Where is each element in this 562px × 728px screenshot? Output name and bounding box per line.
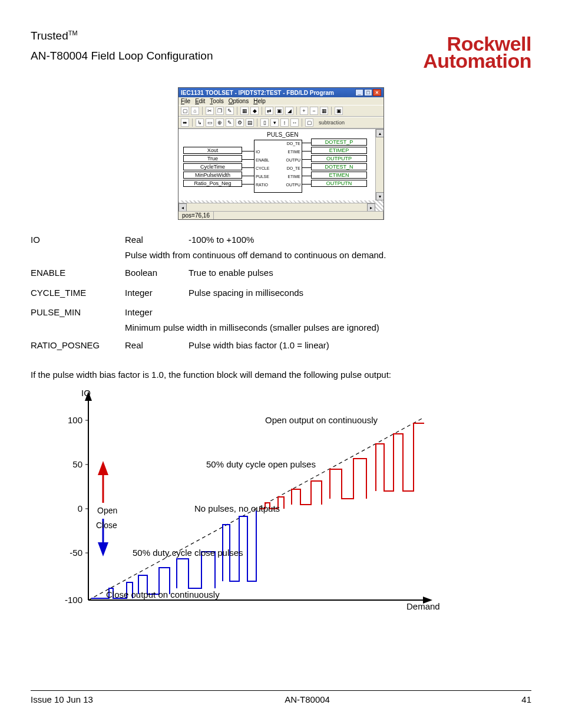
zoom-in-icon[interactable]: + [300,107,308,115]
output-label[interactable]: DOTEST_N [311,163,367,170]
param-name: RATIO_POSNEG [31,338,125,352]
input-label[interactable]: True [183,155,242,162]
toolbar-row1: ▢ ⌂ ✂ ❐ ✎ ▦ ◆ ⇄ ▣ ◢ + − ▦ ▣ [178,105,384,117]
tool-icon[interactable]: ▢ [305,118,313,127]
tool-icon[interactable]: ▦ [320,107,328,115]
body-paragraph: If the pulse width bias factor is 1.0, t… [31,368,531,382]
window-titlebar[interactable]: IEC1131 TOOLSET - IPIDTST2:TEST - FBD/LD… [178,88,384,97]
input-label[interactable]: MinPulseWidth [183,172,242,179]
param-row: RATIO_POSNEG Real Pulse width bias facto… [31,338,531,352]
param-type: Integer [125,305,189,319]
param-desc: Pulse width bias factor (1.0 = linear) [189,338,531,352]
scroll-up-button[interactable]: ▴ [376,129,384,137]
input-label[interactable]: Ratio_Pos_Neg [183,180,242,187]
y-axis-label: IO [81,388,91,398]
chart-annotation: No pulses, no outputs [194,503,280,513]
tool-icon[interactable]: ⊕ [216,118,224,127]
scroll-left-button[interactable]: ◂ [178,203,187,211]
vertical-scrollbar[interactable]: ▴ ▾ [375,129,384,200]
tool-icon[interactable]: ▤ [246,118,254,127]
tool-icon[interactable]: ⇄ [265,107,273,115]
port: CYCLE [256,166,269,170]
param-name: ENABLE [31,266,125,279]
port: OUTPU [286,158,301,162]
tool-icon[interactable]: ▣ [275,107,283,115]
menu-help[interactable]: Help [253,98,266,104]
toolbar-search-label: subtraction [319,120,345,126]
tool-icon[interactable]: ▯ [260,118,269,127]
chart-annotation: Close output on continuously [106,589,220,599]
param-row: PULSE_MIN Integer [31,305,531,319]
port: DO_TE [287,141,300,146]
param-row: IO Real -100% to +100% [31,233,531,246]
rockwell-logo: Rockwell Automation [423,35,531,70]
input-label[interactable]: CycleTime [183,163,242,170]
tool-icon[interactable]: ↳ [196,118,204,127]
output-label[interactable]: ETIMEN [311,172,367,179]
window-title: IEC1131 TOOLSET - IPIDTST2:TEST - FBD/LD… [181,90,334,96]
output-label[interactable]: DOTEST_P [311,139,367,146]
chart-annotation: 50% duty cycle close pulses [133,548,243,558]
param-desc: -100% to +100% [189,233,531,246]
fbd-canvas[interactable]: PULS_GEN DO_TE IO ETIME ENABL OUTPU CYCL… [178,129,384,211]
tool-icon[interactable]: ◆ [250,107,259,115]
output-label[interactable]: OUTPUTP [311,155,367,162]
status-empty [214,212,384,219]
scroll-right-button[interactable]: ▸ [367,203,375,211]
tool-icon[interactable]: ✎ [226,107,234,115]
port: ETIME [288,150,300,154]
tool-icon[interactable]: ▢ [181,107,189,115]
input-label[interactable]: Xout [183,147,242,154]
close-button[interactable]: × [373,89,381,96]
param-name: CYCLE_TIME [31,286,125,299]
open-arrow-label: Open [97,506,117,515]
menu-options[interactable]: Options [229,98,249,104]
menu-tools[interactable]: Tools [210,98,223,104]
tool-icon[interactable]: ◢ [285,107,293,115]
puls-gen-block[interactable]: DO_TE IO ETIME ENABL OUTPU CYCLE DO_TE P… [254,140,302,193]
port: ENABL [256,158,269,162]
param-type: Boolean [125,266,189,279]
param-type: Real [125,233,189,246]
param-note: Pulse width from continuous off demand t… [125,250,531,260]
y-tick: -50 [70,548,82,558]
zoom-out-icon[interactable]: − [310,107,318,115]
tool-icon[interactable]: ✂ [206,107,214,115]
status-pos: pos=76,16 [178,212,214,219]
toolbar-row2: ⬌ ↳ ▭ ⊕ ✎ ⚙ ▤ ▯ ▾ ↕ ↔ ▢ subtraction [178,117,384,129]
tool-icon[interactable]: ⬌ [181,118,189,127]
param-type: Real [125,338,189,352]
tool-icon[interactable]: ↔ [290,118,299,127]
output-label[interactable]: ETIMEP [311,147,367,154]
scroll-down-button[interactable]: ▾ [376,192,384,200]
param-desc: True to enable pulses [189,266,531,279]
tool-icon[interactable]: ❐ [216,107,224,115]
param-row: ENABLE Boolean True to enable pulses [31,266,531,279]
menu-edit[interactable]: Edit [195,98,205,104]
tool-icon[interactable]: ⌂ [191,107,199,115]
horizontal-scrollbar[interactable]: ◂ ▸ [178,203,375,211]
footer-left: Issue 10 Jun 13 [31,694,93,704]
output-label[interactable]: OUTPUTN [311,180,367,187]
param-row: CYCLE_TIME Integer Pulse spacing in mill… [31,286,531,299]
tool-icon[interactable]: ▣ [335,107,343,115]
maximize-button[interactable]: □ [364,89,372,96]
iec1131-window: IEC1131 TOOLSET - IPIDTST2:TEST - FBD/LD… [178,87,384,220]
tool-icon[interactable]: ▭ [206,118,214,127]
menu-file[interactable]: File [181,98,190,104]
tool-icon[interactable]: ▾ [270,118,279,127]
y-tick: 100 [68,415,82,425]
block-title: PULS_GEN [267,131,298,138]
trusted-word: Trusted [31,29,68,42]
menubar[interactable]: File Edit Tools Options Help [178,97,384,105]
tool-icon[interactable]: ▦ [240,107,249,115]
param-note: Minimum pulse width in milliseconds (sma… [125,322,531,332]
tool-icon[interactable]: ⚙ [236,118,244,127]
tool-icon[interactable]: ✎ [226,118,234,127]
port: IO [256,150,260,154]
y-tick: -100 [65,595,82,605]
param-name: PULSE_MIN [31,305,125,319]
x-axis-label: Demand [406,601,440,611]
tool-icon[interactable]: ↕ [280,118,289,127]
minimize-button[interactable]: _ [355,89,363,96]
